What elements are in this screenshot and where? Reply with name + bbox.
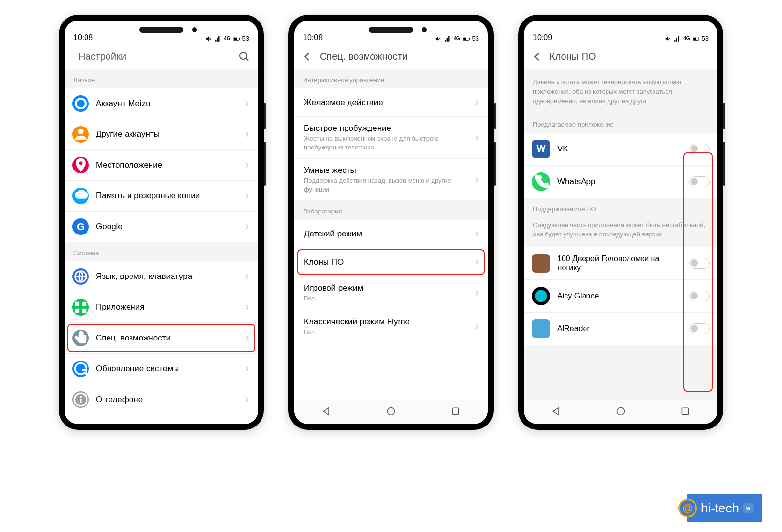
back-button[interactable] — [532, 51, 543, 62]
svg-point-7 — [79, 161, 82, 165]
clone-item-1[interactable]: WhatsApp — [524, 166, 717, 198]
accessibility-list[interactable]: Интерактивное управление Желаемое действ… — [294, 69, 488, 400]
battery-pct: 53 — [702, 35, 709, 42]
access-item-0-0[interactable]: Желаемое действие — [294, 88, 488, 117]
svg-point-14 — [80, 396, 82, 398]
hand-icon — [72, 330, 89, 346]
mute-icon — [665, 35, 672, 42]
svg-rect-2 — [234, 37, 237, 40]
item-label: Спец. возможности — [96, 333, 237, 343]
settings-item-1-3[interactable]: Обновление системы — [65, 354, 258, 384]
access-item-1-1[interactable]: Клоны ПО — [294, 248, 488, 277]
pwr-btn — [723, 142, 725, 186]
svg-point-3 — [240, 52, 247, 59]
app-icon — [532, 319, 550, 338]
access-item-0-2[interactable]: Умные жесты Поддержка действия назад, вы… — [294, 159, 488, 201]
settings-list[interactable]: Личное Аккаунт Meizu Другие аккаунты Мес… — [65, 69, 258, 424]
apps-icon — [72, 299, 89, 316]
nav-recent-icon[interactable] — [680, 406, 690, 418]
settings-item-0-2[interactable]: Местоположение — [65, 150, 258, 181]
vk-badge-icon: w — [743, 503, 754, 513]
vol-btn — [494, 103, 496, 129]
access-item-1-2[interactable]: Игровой режим Вкл. — [294, 277, 488, 310]
access-item-1-0[interactable]: Детский режим — [294, 220, 488, 248]
mute-icon — [435, 35, 442, 42]
phone-app-clones: 10:09 4G 53 Клоны ПО Данная утилита може… — [518, 15, 723, 430]
meizu-icon — [72, 95, 89, 112]
nav-back-icon[interactable] — [551, 406, 561, 418]
svg-rect-23 — [698, 38, 699, 40]
nav-back-icon[interactable] — [322, 406, 331, 418]
section-header: Предлагаемое приложение — [524, 114, 717, 133]
battery-pct: 53 — [472, 35, 479, 42]
nav-bar — [524, 400, 717, 424]
access-item-1-3[interactable]: Классический режим Flyme Вкл. — [294, 310, 488, 344]
toggle[interactable] — [689, 144, 710, 154]
settings-item-1-2[interactable]: Спец. возможности — [65, 323, 258, 354]
item-label: Классический режим Flyme — [304, 317, 466, 327]
toggle[interactable] — [689, 291, 710, 301]
settings-item-1-1[interactable]: Приложения — [65, 292, 258, 323]
settings-item-0-3[interactable]: Память и резервные копии — [65, 181, 258, 212]
settings-item-1-4[interactable]: О телефоне — [65, 384, 258, 415]
toggle[interactable] — [689, 176, 710, 187]
item-sublabel: Вкл. — [304, 294, 466, 303]
item-label: Язык, время, клавиатура — [96, 272, 237, 281]
svg-point-6 — [78, 129, 83, 134]
phone-settings: 10:08 4G 53 Настройки Личное Аккаунт Mei… — [59, 15, 264, 430]
clones-list[interactable]: Данная утилита может генерировать новую … — [524, 69, 717, 400]
svg-marker-26 — [553, 407, 559, 415]
item-label: Приложения — [96, 302, 237, 312]
header: Клоны ПО — [524, 44, 717, 69]
back-button[interactable] — [302, 51, 313, 62]
signal-icon — [215, 35, 221, 42]
status-time: 10:08 — [303, 33, 323, 42]
app-icon: W — [532, 140, 550, 158]
signal-icon — [674, 35, 681, 42]
svg-line-4 — [246, 58, 248, 61]
item-label: Google — [96, 222, 237, 232]
header: Настройки — [65, 44, 258, 69]
clone-sup-item-2[interactable]: AlReader — [524, 313, 717, 345]
settings-item-1-0[interactable]: Язык, время, клавиатура — [65, 261, 258, 292]
phone-accessibility: 10:08 4G 53 Спец. возможности Интерактив… — [288, 15, 494, 430]
item-label: Желаемое действие — [304, 98, 466, 107]
search-icon[interactable] — [239, 51, 250, 63]
item-label: Быстрое пробуждение — [304, 124, 466, 133]
nav-recent-icon[interactable] — [451, 406, 460, 418]
section-header: Система — [65, 242, 258, 261]
settings-item-0-4[interactable]: G Google — [65, 212, 258, 242]
item-label: 100 Дверей Головоломки на логику — [557, 255, 682, 272]
globe-icon — [72, 268, 89, 285]
toggle[interactable] — [689, 323, 710, 334]
settings-item-0-0[interactable]: Аккаунт Meizu — [65, 88, 258, 119]
section-header: Лаборатория — [294, 201, 488, 220]
svg-rect-12 — [82, 309, 87, 313]
section-header: Поддерживаемое ПО — [524, 198, 717, 217]
item-label: VK — [557, 144, 682, 154]
clone-sup-item-1[interactable]: Aicy Glance — [524, 280, 717, 313]
item-label: Другие аккаунты — [96, 129, 237, 139]
nav-home-icon[interactable] — [386, 406, 396, 418]
net-label: 4G — [224, 36, 230, 41]
app-icon — [532, 254, 550, 273]
page-title: Спец. возможности — [320, 51, 480, 62]
toggle[interactable] — [689, 258, 710, 269]
item-sublabel: Поддержка действия назад, вызов меню и д… — [304, 176, 466, 193]
mute-icon — [205, 35, 212, 42]
nav-home-icon[interactable] — [616, 406, 626, 418]
at-icon: @ — [678, 499, 697, 517]
info-icon — [72, 391, 89, 408]
svg-rect-17 — [469, 38, 469, 40]
item-label: AlReader — [557, 324, 682, 333]
item-label: Аккаунт Meizu — [96, 99, 237, 108]
svg-rect-24 — [693, 37, 696, 40]
item-label: WhatsApp — [557, 177, 682, 187]
access-item-0-1[interactable]: Быстрое пробуждение Жесты на выключенном… — [294, 117, 488, 159]
settings-item-0-1[interactable]: Другие аккаунты — [65, 119, 258, 150]
clone-item-0[interactable]: W VK — [524, 133, 717, 166]
item-sublabel: Жесты на выключенном экране для быстрого… — [304, 134, 466, 151]
clone-sup-item-0[interactable]: 100 Дверей Головоломки на логику — [524, 247, 717, 280]
vol-btn — [264, 103, 266, 129]
item-label: Детский режим — [304, 229, 466, 239]
